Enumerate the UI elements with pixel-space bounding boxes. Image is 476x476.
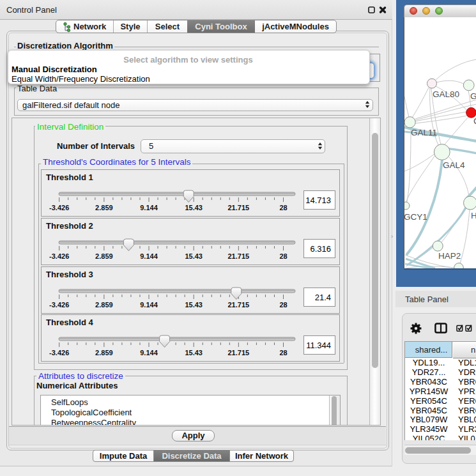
- svg-text:GCY1: GCY1: [404, 212, 427, 222]
- svg-text:H: H: [471, 211, 476, 220]
- svg-text:GA: GA: [470, 91, 476, 101]
- svg-text:C: C: [473, 116, 476, 126]
- svg-text:HAP2: HAP2: [438, 251, 461, 261]
- svg-text:GAL4: GAL4: [443, 160, 465, 170]
- svg-text:GAL11: GAL11: [411, 128, 437, 137]
- svg-text:GAL80: GAL80: [433, 89, 459, 99]
